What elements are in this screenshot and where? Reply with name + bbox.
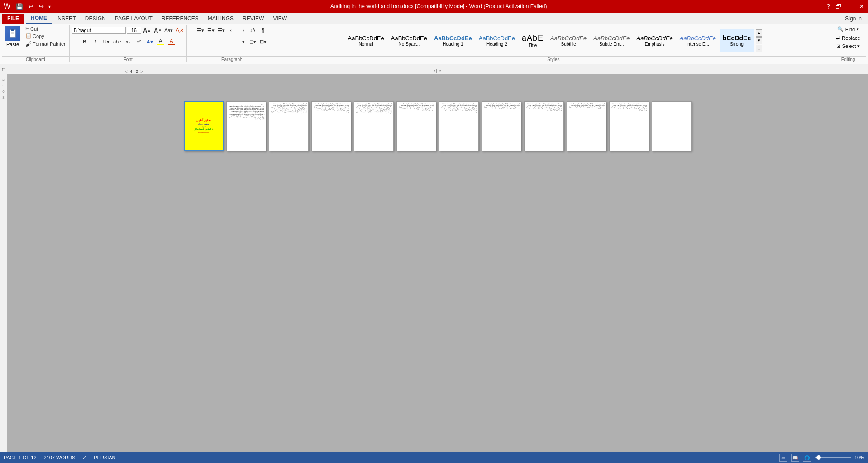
- language[interactable]: PERSIAN: [94, 455, 115, 460]
- page-12[interactable]: [652, 101, 692, 151]
- ruler-mark: 4: [2, 83, 4, 89]
- center-button[interactable]: ≡: [206, 37, 216, 47]
- font-name-input[interactable]: [72, 27, 126, 34]
- help-button[interactable]: ?: [826, 3, 830, 10]
- style-heading1[interactable]: AaBbCcDdEe Heading 1: [431, 29, 475, 52]
- page-7[interactable]: لورم ایپسوم متن ساختگی با تولید سادگی نا…: [439, 101, 479, 151]
- paste-button[interactable]: Paste: [4, 25, 22, 48]
- mailings-menu[interactable]: MAILINGS: [203, 14, 238, 24]
- quick-undo[interactable]: ↩: [29, 3, 33, 10]
- style-intense-emphasis[interactable]: AaBbCcDdEe Intense E...: [677, 29, 719, 52]
- page-3[interactable]: لورم ایپسوم متن ساختگی با تولید سادگی نا…: [269, 101, 309, 151]
- font-size-input[interactable]: [127, 27, 141, 34]
- style-nospace[interactable]: AaBbCcDdEe No Spac...: [388, 29, 430, 52]
- superscript-button[interactable]: x²: [134, 37, 144, 47]
- change-case-button[interactable]: Aa▾: [164, 25, 174, 35]
- find-icon: 🔍: [837, 26, 844, 32]
- page-9[interactable]: لورم ایپسوم متن ساختگی با تولید سادگی نا…: [524, 101, 564, 151]
- style-title[interactable]: aAbE Title: [519, 29, 547, 52]
- page-layout-menu[interactable]: PAGE LAYOUT: [110, 14, 157, 24]
- zoom-level: 10%: [854, 455, 864, 460]
- underline-button[interactable]: U▾: [101, 37, 111, 47]
- cut-button[interactable]: ✂ Cut: [24, 25, 67, 32]
- style-subtle-emphasis[interactable]: AaBbCcDdEe Subtle Em...: [590, 29, 633, 52]
- italic-button[interactable]: I: [91, 37, 100, 47]
- home-menu[interactable]: HOME: [26, 14, 52, 24]
- page-4[interactable]: لورم ایپسوم متن ساختگی با تولید سادگی نا…: [311, 101, 351, 151]
- read-mode-view[interactable]: 📖: [791, 454, 799, 462]
- align-right-button[interactable]: ≡: [216, 37, 226, 47]
- page-1[interactable]: تحقیق آنلاین موضوع دلخواه دانلود با کمتر…: [184, 101, 224, 151]
- spell-check-icon[interactable]: ✓: [82, 455, 86, 461]
- page-10[interactable]: لورم ایپسوم متن ساختگی با تولید سادگی نا…: [567, 101, 606, 151]
- font-color-button[interactable]: A: [167, 37, 176, 47]
- window-controls: ? 🗗 — ✕: [826, 3, 864, 10]
- subscript-button[interactable]: x₂: [123, 37, 133, 47]
- text-effects-button[interactable]: A▾: [145, 37, 155, 47]
- status-right: ▭ 📖 🌐 10%: [779, 454, 864, 462]
- style-heading2[interactable]: AaBbCcDdEe Heading 2: [476, 29, 518, 52]
- sort-button[interactable]: ↕A: [248, 25, 258, 35]
- find-button[interactable]: 🔍 Find ▾: [835, 25, 861, 33]
- references-menu[interactable]: REFERENCES: [157, 14, 203, 24]
- styles-group: AaBbCcDdEe Normal AaBbCcDdEe No Spac... …: [277, 25, 830, 62]
- shading-button[interactable]: ◻▾: [248, 37, 258, 47]
- styles-scroll: ▲ ▼ ⊞: [756, 29, 762, 52]
- shrink-font-button[interactable]: A▼: [153, 25, 163, 35]
- file-menu[interactable]: FILE: [2, 14, 24, 24]
- numbering-button[interactable]: ☰▾: [206, 25, 216, 35]
- page-11[interactable]: لورم ایپسوم متن ساختگی با تولید سادگی نا…: [609, 101, 649, 151]
- font-label: Font: [70, 56, 186, 62]
- styles-more[interactable]: ⊞: [756, 45, 762, 52]
- strikethrough-button[interactable]: abc: [112, 37, 122, 47]
- quick-redo[interactable]: ↪: [39, 3, 44, 10]
- style-strong[interactable]: bCcDdEe Strong: [720, 29, 754, 52]
- styles-scroll-up[interactable]: ▲: [756, 29, 762, 37]
- page-5[interactable]: لورم ایپسوم متن ساختگی با تولید سادگی نا…: [354, 101, 394, 151]
- title-bar: W 💾 ↩ ↪ ▾ Auditing in the world and Iran…: [0, 0, 868, 13]
- bullets-button[interactable]: ☰▾: [196, 25, 205, 35]
- copy-icon: 📋: [25, 33, 32, 39]
- decrease-indent-button[interactable]: ⇐: [227, 25, 237, 35]
- show-hide-button[interactable]: ¶: [258, 25, 268, 35]
- styles-scroll-down[interactable]: ▼: [756, 37, 762, 44]
- line-spacing-button[interactable]: ≡▾: [237, 37, 247, 47]
- status-bar: PAGE 1 OF 12 2107 WORDS ✓ PERSIAN ▭ 📖 🌐 …: [0, 452, 868, 463]
- document-area[interactable]: تحقیق آنلاین موضوع دلخواه دانلود با کمتر…: [7, 74, 868, 452]
- pages-container: تحقیق آنلاین موضوع دلخواه دانلود با کمتر…: [184, 101, 692, 443]
- bold-button[interactable]: B: [80, 37, 90, 47]
- style-emphasis[interactable]: AaBbCcDdEe Emphasis: [634, 29, 676, 52]
- highlight-color-button[interactable]: A: [156, 37, 166, 47]
- select-button[interactable]: ⊡ Select ▾: [835, 43, 862, 50]
- review-menu[interactable]: REVIEW: [238, 14, 268, 24]
- main-layout: 2 4 6 8 تحقیق آنلاین موضوع دلخواه دانلود…: [0, 74, 868, 452]
- design-menu[interactable]: DESIGN: [81, 14, 110, 24]
- quick-save[interactable]: 💾: [16, 3, 23, 10]
- web-layout-view[interactable]: 🌐: [803, 454, 811, 462]
- align-left-button[interactable]: ≡: [196, 37, 205, 47]
- page-2[interactable]: عنوان مقاله لورم ایپسوم متن ساختگی با تو…: [226, 101, 266, 151]
- view-menu[interactable]: VIEW: [268, 14, 291, 24]
- borders-button[interactable]: ⊞▾: [258, 37, 268, 47]
- minimize-button[interactable]: —: [847, 3, 854, 10]
- zoom-slider[interactable]: [815, 457, 851, 458]
- copy-button[interactable]: 📋 Copy: [24, 33, 67, 39]
- grow-font-button[interactable]: A▲: [142, 25, 152, 35]
- page-1-content: تحقیق آنلاین موضوع دلخواه دانلود با کمتر…: [185, 102, 223, 150]
- ruler-mark: 6: [2, 89, 4, 94]
- close-button[interactable]: ✕: [859, 3, 864, 10]
- insert-menu[interactable]: INSERT: [52, 14, 81, 24]
- style-subtitle[interactable]: AaBbCcDdEe Subtitle: [547, 29, 590, 52]
- page-8[interactable]: لورم ایپسوم متن ساختگی با تولید سادگی نا…: [482, 101, 521, 151]
- sign-in-button[interactable]: Sign in: [840, 15, 866, 22]
- format-painter-button[interactable]: 🖌 Format Painter: [24, 40, 67, 48]
- increase-indent-button[interactable]: ⇒: [237, 25, 247, 35]
- print-layout-view[interactable]: ▭: [779, 454, 787, 462]
- restore-button[interactable]: 🗗: [835, 3, 842, 10]
- justify-button[interactable]: ≡: [227, 37, 237, 47]
- replace-button[interactable]: ⇄ Replace: [834, 34, 862, 42]
- multilevel-button[interactable]: ☰▾: [216, 25, 226, 35]
- style-normal[interactable]: AaBbCcDdEe Normal: [345, 29, 387, 52]
- page-6[interactable]: لورم ایپسوم متن ساختگی با تولید سادگی نا…: [396, 101, 436, 151]
- clear-formatting-button[interactable]: A✕: [175, 25, 185, 35]
